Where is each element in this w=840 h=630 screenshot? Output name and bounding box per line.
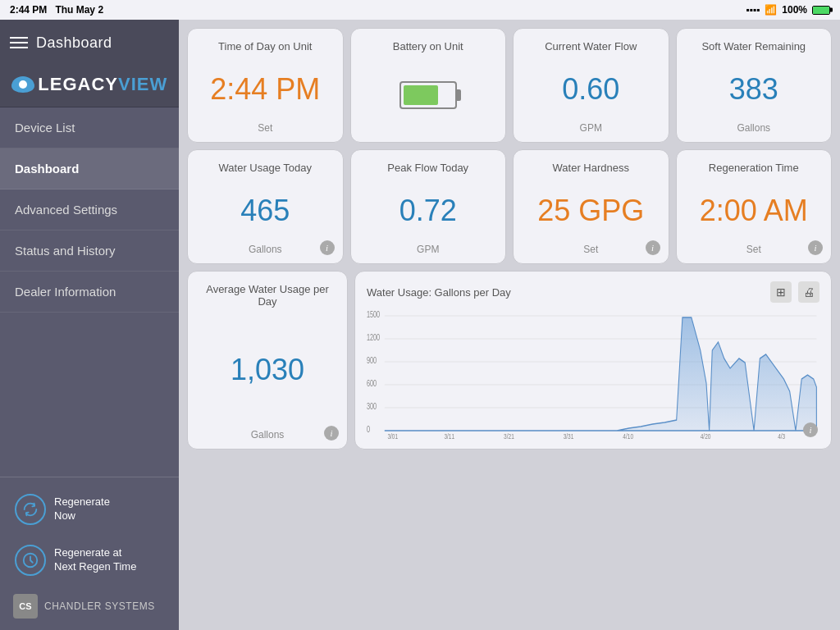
logo-eye-icon xyxy=(11,76,34,93)
svg-text:600: 600 xyxy=(367,379,377,388)
svg-text:3/11: 3/11 xyxy=(444,432,454,439)
chart-icons: ⊞ 🖨 xyxy=(770,281,819,303)
card-soft-title: Soft Water Remaining xyxy=(701,40,806,52)
card-avg-subtitle: Gallons xyxy=(251,429,285,441)
card-usage-title: Water Usage Today xyxy=(219,162,312,174)
svg-text:0: 0 xyxy=(367,425,370,434)
sidebar-item-status-history[interactable]: Status and History xyxy=(0,231,179,272)
card-soft-subtitle: Gallons xyxy=(737,122,770,134)
cards-row-2: Water Usage Today 465 Gallons i Peak Flo… xyxy=(187,149,832,264)
status-bar: 2:44 PM Thu May 2 ▪▪▪▪ 📶 100% xyxy=(0,0,840,20)
card-peak-subtitle: GPM xyxy=(417,244,439,255)
info-icon-hardness[interactable]: i xyxy=(646,240,660,255)
svg-text:1500: 1500 xyxy=(367,310,380,319)
regen-now-label: RegenerateNow xyxy=(54,495,110,523)
info-icon-chart[interactable]: i xyxy=(803,422,818,437)
logo-area: LEGACY VIEW xyxy=(0,66,179,107)
battery-percent: 100% xyxy=(782,4,807,16)
chandler-icon: CS xyxy=(13,594,38,619)
card-time-value: 2:44 PM xyxy=(210,59,320,119)
card-flow-value: 0.60 xyxy=(562,59,619,119)
sidebar-item-device-list[interactable]: Device List xyxy=(0,107,179,148)
chart-container: Water Usage: Gallons per Day ⊞ 🖨 0 300 6… xyxy=(354,271,832,450)
cards-row-3: Average Water Usage per Day 1,030 Gallon… xyxy=(187,271,832,450)
sidebar-item-advanced-settings[interactable]: Advanced Settings xyxy=(0,189,179,231)
card-regen-value: 2:00 AM xyxy=(700,180,808,240)
chart-area: 0 300 600 900 1200 1500 xyxy=(367,309,819,439)
card-time-title: Time of Day on Unit xyxy=(218,40,312,52)
info-icon-avg[interactable]: i xyxy=(324,426,339,441)
regen-next-label: Regenerate atNext Regen Time xyxy=(54,546,136,574)
svg-text:300: 300 xyxy=(367,402,377,411)
card-water-usage: Water Usage Today 465 Gallons i xyxy=(187,149,344,264)
regen-now-icon xyxy=(15,494,46,525)
card-battery-title: Battery on Unit xyxy=(393,40,463,52)
card-regen-time: Regeneration Time 2:00 AM Set i xyxy=(676,149,833,264)
main-content: Time of Day on Unit 2:44 PM Set Battery … xyxy=(179,20,840,630)
card-flow-title: Current Water Flow xyxy=(545,40,637,52)
sidebar-header: Dashboard xyxy=(0,20,179,66)
card-peak-title: Peak Flow Today xyxy=(387,162,468,174)
card-avg-value: 1,030 xyxy=(231,314,304,426)
card-battery: Battery on Unit xyxy=(350,28,507,143)
card-peak-value: 0.72 xyxy=(399,180,457,240)
card-regen-subtitle: Set xyxy=(746,244,761,255)
regen-now-button[interactable]: RegenerateNow xyxy=(10,487,169,532)
card-time-of-day: Time of Day on Unit 2:44 PM Set xyxy=(187,28,344,143)
chart-print-button[interactable]: 🖨 xyxy=(798,281,819,303)
chandler-logo: CS Chandler Systems xyxy=(10,589,169,620)
card-usage-subtitle: Gallons xyxy=(249,244,282,255)
sidebar-item-dealer-info[interactable]: Dealer Information xyxy=(0,272,179,313)
chart-grid-button[interactable]: ⊞ xyxy=(770,281,792,303)
cards-row-1: Time of Day on Unit 2:44 PM Set Battery … xyxy=(187,28,832,143)
svg-text:4/20: 4/20 xyxy=(701,432,711,439)
svg-text:1200: 1200 xyxy=(367,333,380,342)
card-hardness-title: Water Hardness xyxy=(553,162,629,174)
svg-text:3/31: 3/31 xyxy=(564,432,574,439)
card-flow-subtitle: GPM xyxy=(580,122,602,134)
logo-view: VIEW xyxy=(118,74,167,95)
svg-text:3/21: 3/21 xyxy=(504,432,514,439)
card-hardness-subtitle: Set xyxy=(583,244,598,255)
sidebar: Dashboard LEGACY VIEW Device List Dashbo… xyxy=(0,20,179,630)
card-avg-usage: Average Water Usage per Day 1,030 Gallon… xyxy=(187,271,348,450)
hamburger-menu[interactable] xyxy=(10,37,28,48)
svg-text:900: 900 xyxy=(367,356,377,365)
card-avg-title: Average Water Usage per Day xyxy=(198,283,337,308)
card-peak-flow: Peak Flow Today 0.72 GPM xyxy=(350,149,507,264)
chart-header: Water Usage: Gallons per Day ⊞ 🖨 xyxy=(367,281,819,303)
battery-level-fill xyxy=(404,85,438,105)
status-time: 2:44 PM Thu May 2 xyxy=(10,4,103,16)
wifi-icon: 📶 xyxy=(765,4,777,16)
battery-status-icon xyxy=(812,6,830,15)
logo-legacy: LEGACY xyxy=(38,74,118,95)
card-hardness-value: 25 GPG xyxy=(537,180,644,240)
info-icon-usage[interactable]: i xyxy=(320,240,335,255)
card-soft-value: 383 xyxy=(729,59,778,119)
sidebar-bottom: RegenerateNow Regenerate atNext Regen Ti… xyxy=(0,477,179,630)
card-soft-water: Soft Water Remaining 383 Gallons xyxy=(676,28,833,143)
svg-text:4/3: 4/3 xyxy=(778,432,786,439)
card-regen-title: Regeneration Time xyxy=(709,162,799,174)
card-current-flow: Current Water Flow 0.60 GPM xyxy=(513,28,669,143)
card-hardness: Water Hardness 25 GPG Set i xyxy=(513,149,669,264)
chandler-label: Chandler Systems xyxy=(44,600,155,612)
card-time-subtitle: Set xyxy=(258,122,272,134)
sidebar-item-dashboard[interactable]: Dashboard xyxy=(0,148,179,189)
svg-text:3/01: 3/01 xyxy=(387,432,398,439)
info-icon-regen[interactable]: i xyxy=(808,240,823,255)
chart-title: Water Usage: Gallons per Day xyxy=(367,286,511,299)
card-usage-value: 465 xyxy=(240,180,290,240)
regen-next-button[interactable]: Regenerate atNext Regen Time xyxy=(10,538,169,582)
battery-body-icon xyxy=(399,81,457,109)
header-title: Dashboard xyxy=(36,34,112,52)
battery-display xyxy=(399,59,457,130)
svg-text:4/10: 4/10 xyxy=(623,432,633,439)
regen-next-icon xyxy=(15,545,46,576)
signal-icon: ▪▪▪▪ xyxy=(746,4,760,16)
chart-svg: 0 300 600 900 1200 1500 xyxy=(367,309,819,439)
